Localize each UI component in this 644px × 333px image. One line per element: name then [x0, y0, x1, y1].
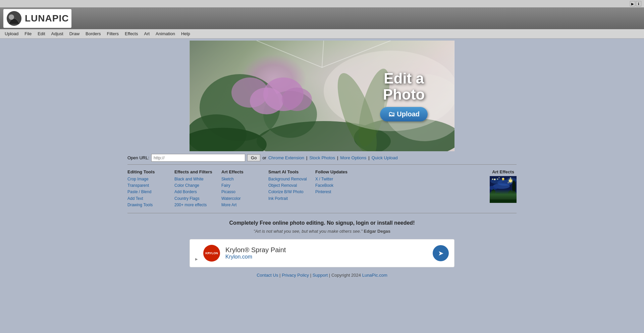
link-add-borders[interactable]: Add Borders [174, 189, 215, 195]
hero-container: Edit a Photo 🗂 Upload [190, 41, 454, 151]
link-twitter[interactable]: X / Twitter [315, 176, 356, 182]
footer-sep-2: | [310, 273, 311, 278]
link-paste-blend[interactable]: Paste / Blend [127, 189, 168, 195]
tools-section: Editing Tools Crop Image Transparent Pas… [127, 166, 517, 212]
ad-info-icon[interactable]: ℹ [636, 1, 641, 6]
link-watercolor[interactable]: Watercolor [221, 196, 262, 202]
upload-button[interactable]: 🗂 Upload [380, 107, 428, 121]
link-sketch[interactable]: Sketch [221, 176, 262, 182]
logo-icon [6, 10, 22, 26]
footer-support[interactable]: Support [313, 273, 328, 278]
effects-filters-header: Effects and Filters [174, 169, 215, 174]
nav-adjust[interactable]: Adjust [49, 30, 66, 37]
link-ink-portrait[interactable]: Ink Portrait [268, 196, 309, 202]
quote-text: "Art is not what you see, but what you m… [254, 229, 363, 234]
nav-draw[interactable]: Draw [67, 30, 82, 37]
svg-marker-40 [508, 190, 513, 192]
chrome-extension-link[interactable]: Chrome Extension [268, 155, 304, 160]
ad-logo: KRYLON [203, 245, 220, 262]
nav-effects[interactable]: Effects [122, 30, 141, 37]
link-transparent[interactable]: Transparent [127, 182, 168, 189]
nav-animation[interactable]: Animation [153, 30, 178, 37]
logo-container[interactable]: LUNAPIC [3, 9, 71, 28]
footer-privacy[interactable]: Privacy Policy [282, 273, 309, 278]
divider-1 [127, 164, 517, 165]
ad-play-icon[interactable]: ▶ [630, 1, 635, 6]
starry-night-svg [490, 176, 517, 203]
link-black-white[interactable]: Black and White [174, 176, 215, 182]
nav-art[interactable]: Art [141, 30, 152, 37]
link-more-art[interactable]: More Art [221, 202, 262, 208]
footer-sep-3: | [329, 273, 330, 278]
logo-text: LUNAPIC [25, 13, 69, 24]
svg-rect-38 [496, 193, 500, 198]
open-url-label: Open URL: [127, 155, 149, 160]
tagline: Completely Free online photo editing. No… [127, 215, 517, 229]
nav-file[interactable]: File [22, 30, 34, 37]
url-input[interactable] [151, 154, 245, 162]
svg-rect-35 [490, 195, 517, 203]
effects-filters-column: Effects and Filters Black and White Colo… [174, 169, 215, 208]
editing-tools-column: Editing Tools Crop Image Transparent Pas… [127, 169, 168, 208]
edit-photo-title: Edit a Photo [380, 70, 428, 103]
starry-night-thumbnail[interactable] [490, 176, 517, 203]
nav-filters[interactable]: Filters [104, 30, 121, 37]
separator-3: | [368, 155, 369, 160]
ad-arrow-icon[interactable]: ➤ [433, 245, 449, 261]
separator-2: | [337, 155, 338, 160]
ad-label: ▶ [195, 257, 198, 262]
or-text: or [262, 155, 266, 160]
editing-tools-header: Editing Tools [127, 169, 168, 174]
main-content: Edit a Photo 🗂 Upload Open URL: Go or Ch… [127, 41, 517, 267]
art-effects-preview: Art Effects [490, 169, 517, 208]
link-color-change[interactable]: Color Change [174, 182, 215, 189]
link-facebook[interactable]: FaceBook [315, 182, 356, 189]
header: LUNAPIC [0, 7, 644, 29]
art-effects-column: Art Effects Sketch Fairy Picasso Waterco… [221, 169, 262, 208]
svg-rect-39 [508, 192, 513, 198]
smart-ai-column: Smart AI Tools Background Removal Object… [268, 169, 309, 208]
link-country-flags[interactable]: Country Flags [174, 196, 215, 202]
svg-point-41 [512, 180, 516, 195]
ad-icons: ▶ ℹ [630, 1, 641, 6]
quick-upload-link[interactable]: Quick Upload [372, 155, 398, 160]
nav-borders[interactable]: Borders [83, 30, 104, 37]
link-add-text[interactable]: Add Text [127, 196, 168, 202]
svg-point-32 [499, 177, 500, 178]
link-bg-removal[interactable]: Background Removal [268, 176, 309, 182]
footer-copyright: Copyright 2024 [331, 273, 361, 278]
social-column: Follow Updates X / Twitter FaceBook Pint… [315, 169, 356, 208]
art-effects-preview-header: Art Effects [492, 169, 514, 174]
quote: "Art is not what you see, but what you m… [127, 229, 517, 239]
link-picasso[interactable]: Picasso [221, 189, 262, 195]
art-effects-header: Art Effects [221, 169, 262, 174]
divider-2 [127, 213, 517, 213]
link-colorize[interactable]: Colorize B/W Photo [268, 189, 309, 195]
go-button[interactable]: Go [247, 154, 260, 161]
footer-contact[interactable]: Contact Us [257, 273, 278, 278]
footer-site[interactable]: LunaPic.com [362, 273, 387, 278]
ad-content: Krylon® Spray Paint Krylon.com [225, 246, 427, 260]
stock-photos-link[interactable]: Stock Photos [309, 155, 335, 160]
smart-ai-header: Smart AI Tools [268, 169, 309, 174]
link-drawing-tools[interactable]: Drawing Tools [127, 202, 168, 208]
url-bar: Open URL: Go or Chrome Extension | Stock… [127, 151, 517, 163]
link-fairy[interactable]: Fairy [221, 182, 262, 189]
footer: Contact Us | Privacy Policy | Support | … [0, 267, 644, 280]
link-object-removal[interactable]: Object Removal [268, 182, 309, 189]
nav-edit[interactable]: Edit [35, 30, 48, 37]
folder-icon: 🗂 [388, 110, 395, 118]
quote-author: Edgar Degas [364, 229, 390, 234]
hero-image: Edit a Photo 🗂 Upload [190, 41, 454, 151]
top-ad-bar: ▶ ℹ [0, 0, 644, 7]
separator-1: | [306, 155, 307, 160]
link-200-effects[interactable]: 200+ more effects [174, 202, 215, 208]
link-pinterest[interactable]: Pinterest [315, 189, 356, 195]
nav-upload[interactable]: Upload [2, 30, 21, 37]
hero-text: Edit a Photo 🗂 Upload [380, 70, 428, 121]
nav-help[interactable]: Help [178, 30, 193, 37]
ad-url[interactable]: Krylon.com [225, 254, 427, 260]
link-crop-image[interactable]: Crop Image [127, 176, 168, 182]
svg-point-1 [9, 14, 14, 20]
more-options-link[interactable]: More Options [340, 155, 366, 160]
